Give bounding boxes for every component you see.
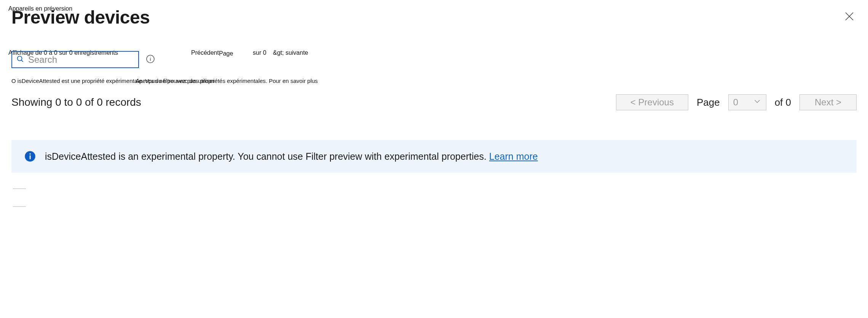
search-box[interactable] bbox=[11, 51, 139, 68]
svg-rect-8 bbox=[30, 156, 31, 159]
fr-prev-annotation: Précédent bbox=[191, 49, 219, 56]
page-select[interactable]: 0 bbox=[728, 94, 766, 110]
search-row bbox=[11, 51, 155, 68]
svg-point-6 bbox=[150, 57, 151, 57]
info-filled-icon bbox=[24, 151, 36, 162]
placeholder-bar bbox=[13, 188, 26, 189]
fr-warn2-annotation: Aperçu du filtre avec des propriétés exp… bbox=[136, 78, 318, 84]
page-of-label: of 0 bbox=[775, 97, 791, 108]
svg-line-3 bbox=[21, 60, 23, 62]
previous-button[interactable]: < Previous bbox=[616, 94, 688, 110]
banner-text-wrap: isDeviceAttested is an experimental prop… bbox=[45, 151, 538, 162]
search-icon bbox=[16, 55, 24, 65]
learn-more-link[interactable]: Learn more bbox=[489, 151, 538, 162]
fr-warn2-text: Aperçu du filtre avec des propriétés exp… bbox=[136, 78, 318, 84]
page-label: Page bbox=[697, 97, 720, 108]
fr-of-annotation: sur 0 bbox=[253, 49, 266, 56]
page-select-value: 0 bbox=[733, 97, 738, 108]
info-icon[interactable] bbox=[146, 54, 155, 65]
fr-next-annotation: &gt; suivante bbox=[273, 49, 308, 56]
chevron-down-icon bbox=[753, 97, 761, 108]
search-input[interactable] bbox=[28, 54, 142, 65]
close-icon bbox=[844, 17, 855, 23]
info-banner: isDeviceAttested is an experimental prop… bbox=[11, 140, 857, 173]
records-row: Showing 0 to 0 of 0 records < Previous P… bbox=[11, 94, 857, 110]
next-button[interactable]: Next > bbox=[799, 94, 857, 110]
fr-page-annotation: Page bbox=[219, 50, 233, 57]
records-count: Showing 0 to 0 of 0 records bbox=[11, 96, 141, 108]
page-title: Preview devices bbox=[11, 7, 150, 28]
banner-text: isDeviceAttested is an experimental prop… bbox=[45, 151, 489, 162]
placeholder-bar bbox=[13, 206, 26, 207]
pager: < Previous Page 0 of 0 Next > bbox=[616, 94, 857, 110]
close-button[interactable] bbox=[844, 11, 855, 22]
svg-point-9 bbox=[29, 153, 31, 155]
